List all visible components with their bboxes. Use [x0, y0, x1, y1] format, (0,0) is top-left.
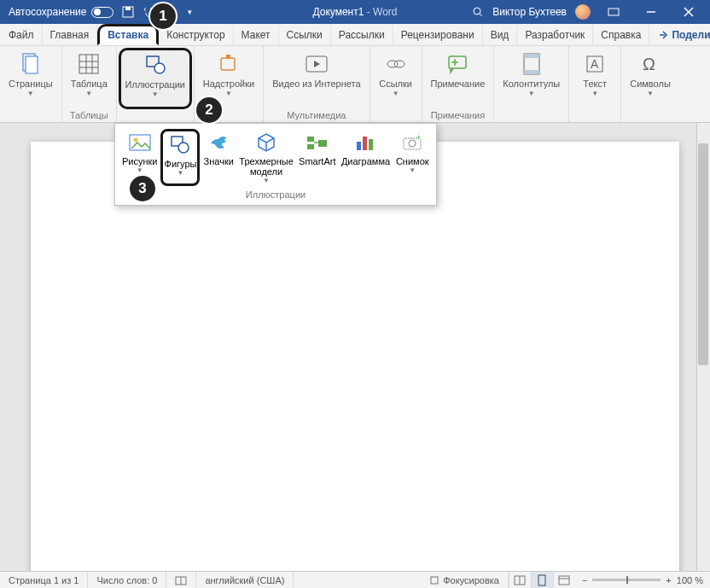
zoom-out-button[interactable]: − — [582, 575, 587, 585]
status-language[interactable]: английский (США) — [196, 572, 294, 588]
svg-rect-38 — [318, 140, 327, 147]
status-focus[interactable]: Фокусировка — [421, 572, 509, 588]
title-bar: Автосохранение ▾ Документ1 - Word Виктор… — [0, 0, 710, 24]
3d-models-button[interactable]: Трехмерные модели ▼ — [237, 129, 295, 186]
tab-design[interactable]: Конструктор — [159, 24, 233, 45]
table-button[interactable]: Таблица ▼ — [67, 49, 111, 109]
links-button[interactable]: Ссылки ▼ — [375, 49, 416, 109]
tab-layout[interactable]: Макет — [234, 24, 279, 45]
symbols-button[interactable]: Ω Символы ▼ — [626, 49, 674, 109]
callout-badge-2: 2 — [196, 97, 222, 123]
zoom-in-button[interactable]: + — [666, 575, 671, 585]
tab-file[interactable]: Файл — [0, 24, 43, 45]
svg-rect-10 — [79, 55, 98, 73]
smartart-icon — [306, 131, 329, 154]
callout-badge-1: 1 — [150, 3, 176, 29]
chevron-down-icon: ▼ — [647, 90, 654, 97]
svg-rect-42 — [369, 139, 373, 150]
illustrations-button[interactable]: Иллюстрации ▼ — [119, 48, 192, 109]
tab-mailings[interactable]: Рассылки — [331, 24, 393, 45]
tab-help[interactable]: Справка — [593, 24, 649, 45]
tab-developer[interactable]: Разработчик — [517, 24, 593, 45]
group-symbols: Ω Символы ▼ — [621, 46, 679, 122]
svg-rect-41 — [363, 137, 367, 150]
chart-button[interactable]: Диаграмма — [339, 129, 392, 186]
user-name[interactable]: Виктор Бухтеев — [492, 6, 567, 18]
status-word-count[interactable]: Число слов: 0 — [88, 572, 166, 588]
textbox-icon: A — [582, 51, 608, 77]
comment-icon — [445, 51, 470, 77]
header-footer-button[interactable]: Колонтитулы ▼ — [499, 49, 563, 109]
shapes-button[interactable]: Фигуры ▼ — [160, 129, 200, 186]
callout-badge-3: 3 — [130, 176, 155, 201]
share-button[interactable]: Поделиться — [649, 24, 710, 45]
svg-line-3 — [480, 14, 482, 16]
tab-references[interactable]: Ссылки — [279, 24, 331, 45]
tab-insert[interactable]: Вставка — [97, 24, 159, 45]
zoom-slider[interactable] — [592, 579, 661, 581]
svg-rect-51 — [538, 575, 545, 585]
header-footer-icon — [519, 51, 544, 77]
group-header-footer: Колонтитулы ▼ — [494, 46, 569, 122]
svg-rect-1 — [125, 7, 131, 10]
autosave-toggle[interactable] — [91, 7, 113, 18]
svg-rect-28 — [524, 70, 539, 74]
share-icon — [658, 30, 668, 40]
link-icon — [383, 51, 409, 77]
document-page[interactable] — [31, 142, 679, 571]
close-icon[interactable] — [674, 0, 703, 24]
chevron-down-icon: ▼ — [393, 90, 399, 97]
svg-rect-48 — [431, 577, 438, 584]
chevron-down-icon: ▼ — [409, 166, 416, 174]
svg-rect-36 — [307, 137, 314, 142]
screenshot-button[interactable]: + Снимок ▼ — [392, 129, 433, 186]
group-comments: Примечание Примечания — [422, 46, 495, 122]
qat-more-icon[interactable]: ▾ — [183, 6, 195, 18]
ribbon: Страницы ▼ Таблица ▼ Таблицы Иллюстрации… — [0, 46, 710, 123]
smartart-button[interactable]: SmartArt — [295, 129, 339, 186]
autosave-label: Автосохранение — [9, 6, 86, 18]
status-proofing[interactable] — [166, 572, 196, 588]
document-title: Документ1 - Word — [312, 6, 397, 18]
chevron-down-icon: ▼ — [85, 90, 92, 97]
book-icon — [175, 574, 187, 586]
comment-button[interactable]: Примечание — [428, 49, 489, 109]
tab-view[interactable]: Вид — [483, 24, 518, 45]
user-avatar-icon[interactable] — [575, 4, 591, 20]
group-text: A Текст ▼ — [569, 46, 621, 122]
chevron-down-icon: ▼ — [178, 169, 184, 177]
svg-text:A: A — [591, 57, 599, 71]
svg-point-44 — [409, 140, 416, 147]
view-web-button[interactable] — [553, 572, 575, 589]
app-name: Word — [373, 6, 397, 18]
search-icon[interactable] — [472, 6, 484, 18]
document-name: Документ1 — [312, 6, 364, 18]
svg-rect-27 — [524, 54, 539, 58]
ribbon-mode-icon[interactable] — [599, 0, 628, 24]
camera-icon: + — [400, 131, 424, 154]
vertical-scrollbar[interactable] — [696, 123, 710, 571]
scroll-thumb[interactable] — [698, 143, 708, 365]
pages-button[interactable]: Страницы ▼ — [5, 49, 56, 109]
view-print-button[interactable] — [531, 572, 553, 589]
group-label-comments: Примечания — [431, 109, 486, 120]
online-video-button[interactable]: Видео из Интернета — [269, 49, 364, 109]
illustrations-dropdown: Рисунки ▼ Фигуры ▼ Значки Трехмерные мод… — [114, 123, 437, 206]
save-icon[interactable] — [122, 6, 134, 18]
zoom-level[interactable]: 100 % — [677, 575, 703, 585]
status-page[interactable]: Страница 1 из 1 — [0, 572, 88, 588]
group-pages: Страницы ▼ — [0, 46, 62, 122]
icons-button[interactable]: Значки — [200, 129, 237, 186]
tab-review[interactable]: Рецензировани — [393, 24, 483, 45]
group-media: Видео из Интернета Мультимедиа — [264, 46, 370, 122]
chevron-down-icon: ▼ — [528, 90, 535, 97]
omega-icon: Ω — [637, 51, 663, 77]
zoom-control[interactable]: − + 100 % — [575, 575, 710, 585]
video-icon — [304, 51, 329, 77]
view-read-button[interactable] — [509, 572, 531, 589]
tab-home[interactable]: Главная — [43, 24, 98, 45]
text-button[interactable]: A Текст ▼ — [574, 49, 615, 109]
svg-point-35 — [178, 143, 189, 153]
pages-icon — [18, 51, 44, 77]
minimize-icon[interactable] — [637, 0, 666, 24]
